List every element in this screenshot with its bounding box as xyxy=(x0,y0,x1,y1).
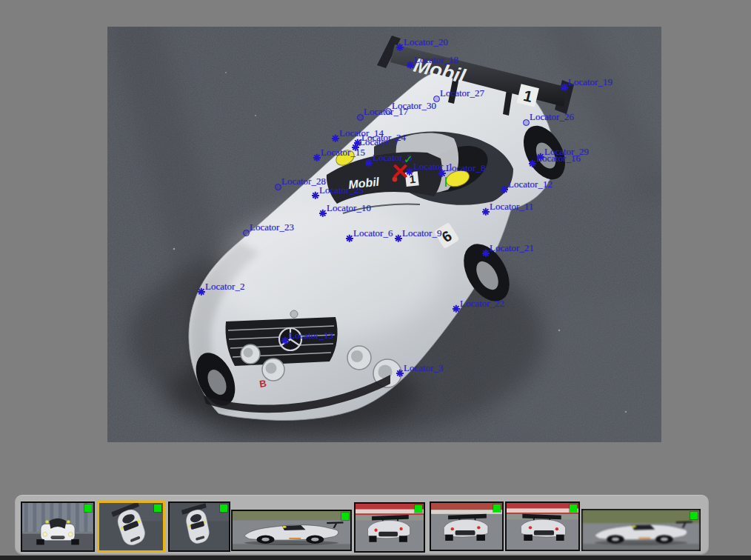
thumbnail-2-aerial[interactable] xyxy=(97,501,165,553)
locator-label[interactable]: Locator_13 xyxy=(289,330,333,341)
locator-label[interactable]: Locator_11 xyxy=(490,201,533,213)
calibration-status-square xyxy=(690,512,698,519)
thumbnail-1-front[interactable] xyxy=(21,501,95,552)
application-window: { "window": { "width": 1014, "height": 7… xyxy=(0,0,751,560)
locator-label[interactable]: Locator_17 xyxy=(364,106,408,118)
locator-label[interactable]: Locator_10 xyxy=(327,202,371,214)
locator-label[interactable]: Locator_27 xyxy=(440,87,484,99)
locator-label[interactable]: Locator_22 xyxy=(460,298,504,310)
thumbnail-4-side[interactable] xyxy=(231,510,352,551)
locator-label[interactable]: Locator_16 xyxy=(536,153,581,164)
filmstrip xyxy=(15,495,709,555)
locator-label[interactable]: Locator_19 xyxy=(568,76,613,88)
thumbnail-image[interactable] xyxy=(356,504,424,551)
locator-label[interactable]: Locator_12 xyxy=(508,179,553,190)
locator-label[interactable]: Locator_7 xyxy=(359,136,398,148)
locator-label[interactable]: Locator_18 xyxy=(414,54,458,66)
locator-label[interactable]: Locator_20 xyxy=(404,36,448,48)
locator-label[interactable]: Locator_23 xyxy=(250,221,294,233)
locator-label[interactable]: Locator_2 xyxy=(205,281,244,293)
locator-label[interactable]: Locator_25 xyxy=(319,184,364,196)
thumbnail-image[interactable] xyxy=(431,503,502,550)
locator-label[interactable]: Locator_6 xyxy=(353,227,393,239)
calibration-status-square xyxy=(154,504,161,512)
thumbnail-image[interactable] xyxy=(583,510,699,550)
locator-marker-icon[interactable] xyxy=(243,230,250,236)
locator-marker-icon[interactable] xyxy=(357,114,364,121)
locator-label[interactable]: Locator_15 xyxy=(321,147,365,159)
thumbnail-6-rear[interactable] xyxy=(430,501,504,551)
calibration-status-square xyxy=(341,513,349,520)
thumbnail-image[interactable] xyxy=(507,503,578,550)
locator-label[interactable]: Locator_5 xyxy=(373,152,412,164)
thumbnail-5-rearq[interactable] xyxy=(354,502,425,553)
locator-label[interactable]: Locator_21 xyxy=(490,242,534,254)
locator-marker-icon[interactable] xyxy=(275,184,281,190)
locator-label[interactable]: Locator_3 xyxy=(404,362,443,374)
calibration-status-square xyxy=(415,505,422,513)
thumbnail-image[interactable] xyxy=(22,503,93,550)
calibration-status-square xyxy=(570,504,577,512)
locator-label[interactable]: Locator_26 xyxy=(530,111,574,123)
thumbnail-8-sideblur[interactable] xyxy=(581,509,701,551)
calibration-status-square xyxy=(493,504,501,512)
thumbnail-image[interactable] xyxy=(233,511,350,550)
locator-label[interactable]: Locator_8 xyxy=(446,162,485,174)
window-bottom-edge xyxy=(0,556,751,560)
locator-marker-icon[interactable] xyxy=(523,119,530,126)
thumbnail-3-aerial2[interactable] xyxy=(168,501,230,552)
calibration-status-square xyxy=(84,504,92,512)
locator-label[interactable]: Locator_9 xyxy=(402,227,441,239)
calibration-status-square xyxy=(220,504,227,512)
thumbnail-7-rearq2[interactable] xyxy=(505,501,580,551)
